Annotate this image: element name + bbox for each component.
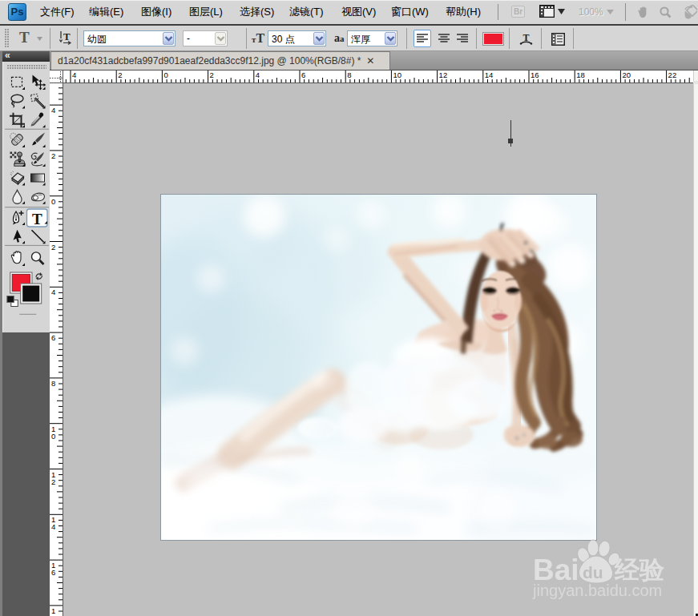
svg-text:4: 4 bbox=[51, 106, 55, 115]
svg-text:12: 12 bbox=[439, 70, 448, 79]
svg-text:14: 14 bbox=[485, 70, 494, 79]
svg-text:4: 4 bbox=[51, 288, 55, 296]
svg-text:22: 22 bbox=[668, 70, 677, 79]
svg-text:4: 4 bbox=[256, 70, 260, 79]
svg-text:8: 8 bbox=[51, 379, 55, 388]
svg-text:6: 6 bbox=[51, 333, 55, 342]
svg-text:8: 8 bbox=[347, 70, 351, 79]
svg-text:jingyan.baidu.com: jingyan.baidu.com bbox=[532, 582, 662, 599]
svg-text:18: 18 bbox=[576, 70, 585, 79]
svg-text:4: 4 bbox=[72, 70, 76, 79]
svg-text:2: 2 bbox=[51, 151, 55, 160]
svg-text:2: 2 bbox=[51, 243, 55, 252]
svg-text:0: 0 bbox=[51, 197, 55, 206]
svg-text:0: 0 bbox=[163, 70, 167, 79]
svg-text:20: 20 bbox=[622, 70, 631, 79]
svg-text:T: T bbox=[63, 30, 71, 42]
svg-text:10: 10 bbox=[393, 70, 401, 79]
svg-text:4: 4 bbox=[51, 522, 55, 531]
svg-text:6: 6 bbox=[51, 568, 55, 577]
svg-text:2: 2 bbox=[118, 70, 122, 79]
svg-text:Bai: Bai bbox=[533, 554, 579, 586]
svg-text:0: 0 bbox=[51, 432, 55, 441]
svg-text:2: 2 bbox=[51, 477, 55, 486]
svg-text:du: du bbox=[583, 563, 603, 582]
svg-text:2: 2 bbox=[210, 70, 214, 79]
svg-text:经验: 经验 bbox=[614, 556, 665, 584]
svg-text:16: 16 bbox=[531, 70, 539, 79]
svg-text:T: T bbox=[32, 211, 42, 227]
svg-text:6: 6 bbox=[301, 70, 305, 79]
